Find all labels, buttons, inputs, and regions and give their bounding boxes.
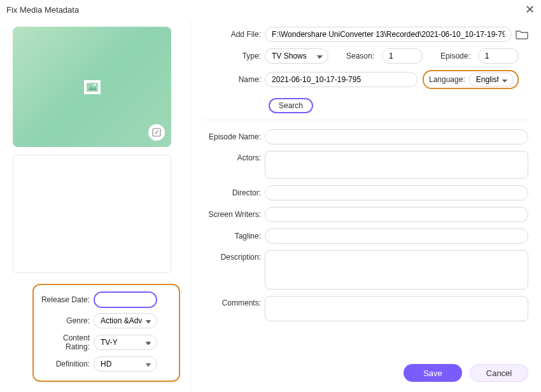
language-highlight-group: Language: English	[423, 70, 519, 89]
window-title: Fix Media Metadata	[6, 5, 79, 15]
search-button[interactable]: Search	[269, 98, 313, 113]
content-rating-label: Content Rating:	[38, 333, 94, 351]
definition-label: Definition:	[38, 360, 94, 368]
image-placeholder-icon	[84, 80, 101, 94]
episode-name-label: Episode Name:	[204, 132, 265, 141]
definition-select[interactable]: HD	[94, 356, 157, 372]
director-input[interactable]	[265, 185, 528, 200]
divider	[204, 120, 528, 120]
folder-icon[interactable]	[516, 29, 528, 39]
type-select[interactable]: TV Shows	[265, 48, 328, 64]
save-button[interactable]: Save	[404, 364, 462, 382]
description-input[interactable]	[265, 250, 528, 290]
genre-select[interactable]: Action &Adv	[94, 313, 157, 328]
metadata-highlight-group: Release Date: Genre: Action &Adv Content…	[32, 284, 180, 382]
actors-input[interactable]	[265, 151, 528, 179]
comments-label: Comments:	[204, 298, 265, 307]
media-thumbnail	[13, 27, 171, 147]
screen-writers-input[interactable]	[265, 207, 528, 222]
director-label: Director:	[204, 188, 265, 197]
season-label: Season:	[346, 52, 378, 60]
screen-writers-label: Screen Writers:	[204, 210, 265, 219]
language-label: Language:	[429, 75, 465, 84]
tagline-label: Tagline:	[204, 232, 265, 241]
name-input[interactable]	[265, 72, 418, 87]
secondary-preview	[13, 155, 171, 273]
episode-name-input[interactable]	[265, 129, 528, 144]
close-icon[interactable]: ✕	[525, 3, 535, 17]
cancel-button[interactable]: Cancel	[470, 364, 528, 382]
content-rating-select[interactable]: TV-Y	[94, 335, 157, 350]
release-date-label: Release Date:	[38, 295, 94, 304]
comments-input[interactable]	[265, 296, 528, 321]
name-label: Name:	[204, 75, 265, 84]
episode-input[interactable]	[478, 48, 519, 64]
actors-label: Actors:	[204, 153, 265, 162]
svg-point-2	[94, 83, 95, 85]
tagline-input[interactable]	[265, 228, 528, 244]
description-label: Description:	[204, 253, 265, 262]
type-label: Type:	[204, 52, 265, 60]
genre-label: Genre:	[38, 316, 94, 325]
episode-label: Episode:	[440, 52, 474, 60]
release-date-input[interactable]	[94, 291, 157, 308]
add-file-input[interactable]	[265, 27, 512, 42]
pencil-icon	[152, 128, 161, 137]
add-file-label: Add File:	[204, 30, 265, 39]
season-input[interactable]	[382, 48, 423, 64]
language-select[interactable]: English	[469, 73, 514, 87]
edit-thumbnail-button[interactable]	[148, 124, 165, 141]
